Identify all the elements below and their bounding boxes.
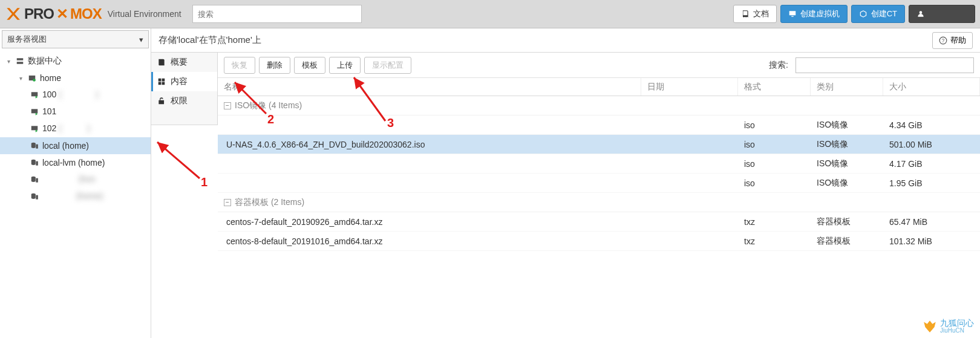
cell-format: txz [738, 217, 811, 227]
tree-label: (hon [42, 174, 96, 185]
collapse-icon: − [224, 199, 231, 206]
table-row[interactable]: centos-7-default_20190926_amd64.tar.xztx… [218, 212, 980, 232]
user-menu-button[interactable] [909, 5, 975, 23]
cell-format: iso [738, 159, 811, 169]
tree-label: local (home) [42, 141, 89, 151]
main: 服务器视图 ▾ ▾ 数据中心 ▾ home 100 ( ) 101 102 ( … [0, 28, 980, 338]
cell-name [218, 178, 641, 189]
restore-button[interactable]: 恢复 [224, 57, 255, 74]
tree-storage[interactable]: (hon [0, 171, 151, 188]
vm-icon [29, 89, 40, 100]
tree-vm[interactable]: 101 [0, 103, 151, 120]
book-icon [741, 10, 750, 18]
subnav-content[interactable]: 内容 [151, 72, 217, 91]
view-select[interactable]: 服务器视图 ▾ [2, 30, 149, 48]
grid-body: −ISO镜像 (4 Items) isoISO镜像4.34 GiBU-NAS_4… [218, 96, 980, 251]
chevron-down-icon: ▾ [139, 35, 143, 44]
vm-icon [29, 106, 40, 117]
proxmox-x-icon [5, 6, 21, 22]
table-row[interactable]: isoISO镜像4.34 GiB [218, 115, 980, 135]
tree-label: 数据中心 [28, 56, 62, 67]
delete-button[interactable]: 删除 [259, 57, 290, 74]
cell-format: iso [738, 178, 811, 188]
col-size[interactable]: 大小 [883, 78, 980, 96]
create-vm-button[interactable]: 创建虚拟机 [780, 5, 848, 23]
ve-label: Virtual Environment [108, 9, 181, 19]
cell-name [218, 158, 641, 169]
table-row[interactable]: centos-8-default_20191016_amd64.tar.xztx… [218, 232, 980, 251]
cell-size: 1.95 GiB [883, 178, 980, 188]
watermark-en: JiuHuCN [940, 328, 974, 334]
group-label: ISO镜像 (4 Items) [235, 100, 302, 111]
global-search-input[interactable] [192, 5, 362, 23]
create-ct-button[interactable]: 创建CT [851, 5, 905, 23]
collapse-icon: − [224, 102, 231, 109]
tree-label: 100 ( ) [42, 89, 99, 100]
showconfig-button[interactable]: 显示配置 [364, 57, 411, 74]
resource-tree: ▾ 数据中心 ▾ home 100 ( ) 101 102 ( ) local … [0, 50, 151, 205]
docs-button[interactable]: 文档 [733, 5, 777, 23]
user-icon [916, 10, 925, 18]
create-ct-label: 创建CT [871, 8, 897, 19]
panel-title-bar: 存储'local'在节点'home'上 ? 帮助 [151, 28, 980, 53]
cell-format: iso [738, 120, 811, 130]
logo: PRO✕MOX [5, 5, 102, 22]
storage-icon [29, 157, 40, 168]
tree-storage[interactable]: (home) [0, 188, 151, 205]
col-format[interactable]: 格式 [738, 78, 811, 96]
cell-size: 4.34 GiB [883, 120, 980, 130]
monitor-icon [788, 10, 797, 18]
content-search-input[interactable] [795, 57, 974, 73]
create-vm-label: 创建虚拟机 [800, 8, 840, 19]
cell-name [218, 120, 641, 131]
cell-format: txz [738, 236, 811, 246]
storage-icon [29, 140, 40, 151]
subnav-summary[interactable]: 概要 [151, 53, 217, 72]
search-label: 搜索: [769, 60, 788, 71]
tree-vm[interactable]: 100 ( ) [0, 86, 151, 103]
view-select-label: 服务器视图 [7, 34, 47, 45]
col-name[interactable]: 名称 [218, 78, 641, 96]
col-date[interactable]: 日期 [641, 78, 738, 96]
node-icon [27, 73, 38, 83]
storage-icon [29, 191, 40, 202]
tree-datacenter[interactable]: ▾ 数据中心 [0, 53, 151, 70]
tree-node-home[interactable]: ▾ home [0, 70, 151, 86]
cell-size: 65.47 MiB [883, 217, 980, 227]
help-icon: ? [939, 36, 947, 45]
tree-label: (home) [42, 191, 103, 202]
svg-rect-7 [36, 178, 38, 183]
tree-storage-local-lvm[interactable]: local-lvm (home) [0, 154, 151, 171]
tree-storage-local[interactable]: local (home) [0, 137, 151, 154]
template-button[interactable]: 模板 [294, 57, 325, 74]
logo-text: PRO✕MOX [24, 5, 102, 22]
col-type[interactable]: 类别 [811, 78, 883, 96]
help-button[interactable]: ? 帮助 [932, 32, 973, 49]
panel-body: 概要 内容 权限 恢复 删除 模板 上传 显示配置 [151, 53, 980, 338]
grid-panel: 恢复 删除 模板 上传 显示配置 搜索: 名称 日期 格式 类别 大小 −ISO… [218, 53, 980, 338]
toolbar: 恢复 删除 模板 上传 显示配置 搜索: [218, 53, 980, 78]
vm-icon [29, 123, 40, 134]
group-header[interactable]: −ISO镜像 (4 Items) [218, 96, 980, 115]
subnav-permissions[interactable]: 权限 [151, 91, 217, 111]
upload-button[interactable]: 上传 [329, 57, 361, 74]
cell-size: 4.17 GiB [883, 159, 980, 169]
cell-type: 容器模板 [811, 216, 883, 227]
grid-header: 名称 日期 格式 类别 大小 [218, 78, 980, 96]
table-row[interactable]: isoISO镜像4.17 GiB [218, 154, 980, 174]
panel-title: 存储'local'在节点'home'上 [158, 34, 261, 46]
svg-rect-5 [36, 161, 38, 166]
unlock-icon [157, 97, 166, 105]
tree-vm[interactable]: 102 ( ) [0, 120, 151, 137]
content-area: 存储'local'在节点'home'上 ? 帮助 概要 内容 权限 [151, 28, 980, 338]
sidebar: 服务器视图 ▾ ▾ 数据中心 ▾ home 100 ( ) 101 102 ( … [0, 28, 151, 338]
tree-label: 102 ( ) [42, 123, 90, 134]
group-header[interactable]: −容器模板 (2 Items) [218, 193, 980, 212]
table-row[interactable]: isoISO镜像1.95 GiB [218, 174, 980, 193]
group-label: 容器模板 (2 Items) [235, 197, 304, 208]
watermark-cn: 九狐问心 [940, 319, 974, 328]
table-row[interactable]: U-NAS_4.0.6_X86-64_ZH_DVD_build202003062… [218, 135, 980, 154]
docs-label: 文档 [753, 8, 769, 19]
cell-name: centos-8-default_20191016_amd64.tar.xz [218, 236, 641, 246]
cube-icon [859, 10, 867, 18]
